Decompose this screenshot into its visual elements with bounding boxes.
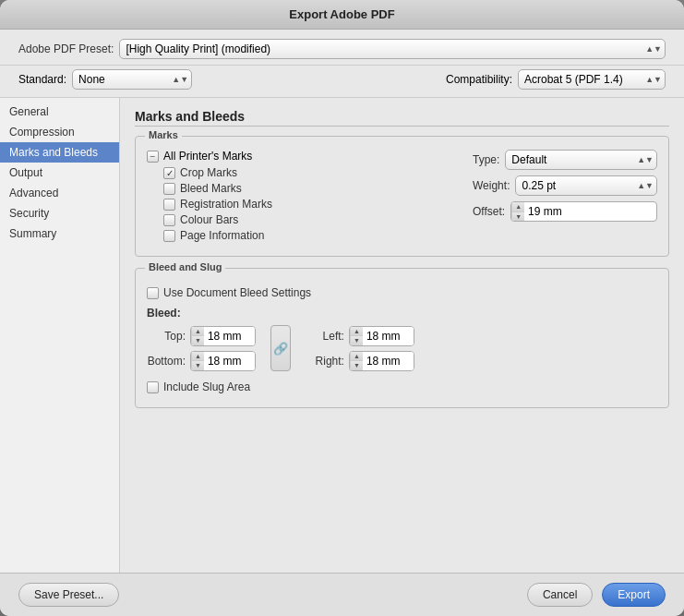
- bleed-right-col: Left: ▲ ▼: [306, 326, 414, 371]
- bottom-label: Bottom:: [147, 355, 186, 368]
- page-info-label: Page Information: [180, 229, 264, 242]
- type-label: Type:: [473, 153, 499, 166]
- right-spinners: ▲ ▼: [350, 352, 363, 370]
- use-doc-bleed-checkbox[interactable]: [147, 287, 159, 299]
- marks-right: Type: Default J Mark Roman ▲▼: [473, 150, 657, 222]
- left-input: ▲ ▼: [349, 326, 414, 346]
- marks-group-title: Marks: [145, 129, 182, 140]
- bleed-section-label: Bleed:: [147, 307, 657, 320]
- registration-marks-label: Registration Marks: [180, 198, 272, 211]
- bleed-marks-row: Bleed Marks: [163, 182, 454, 195]
- preset-row: Adobe PDF Preset: [High Quality Print] (…: [0, 30, 684, 66]
- bottom-right: Cancel Export: [527, 583, 666, 607]
- left-value[interactable]: [363, 327, 414, 345]
- type-row: Type: Default J Mark Roman ▲▼: [473, 150, 657, 170]
- page-info-row: Page Information: [163, 229, 454, 242]
- offset-value[interactable]: [524, 202, 582, 221]
- registration-marks-row: Registration Marks: [163, 198, 454, 211]
- content-area: Marks and Bleeds Marks − All Printer's M…: [120, 98, 684, 573]
- registration-marks-checkbox[interactable]: [163, 199, 175, 211]
- marks-left: − All Printer's Marks Crop Marks: [147, 150, 454, 245]
- bleed-link-icon[interactable]: 🔗: [270, 325, 291, 371]
- cancel-button[interactable]: Cancel: [527, 583, 593, 607]
- top-input: ▲ ▼: [190, 326, 256, 346]
- right-decrement[interactable]: ▼: [351, 361, 363, 370]
- standard-label: Standard:: [18, 73, 66, 86]
- offset-increment[interactable]: ▲: [512, 202, 524, 212]
- sidebar-item-advanced[interactable]: Advanced: [0, 183, 119, 203]
- right-row: Right: ▲ ▼: [306, 351, 414, 371]
- use-doc-bleed-label: Use Document Bleed Settings: [163, 286, 311, 299]
- compatibility-select[interactable]: Acrobat 4 (PDF 1.3) Acrobat 5 (PDF 1.4) …: [518, 69, 666, 90]
- compatibility-wrapper: Acrobat 4 (PDF 1.3) Acrobat 5 (PDF 1.4) …: [518, 69, 666, 90]
- colour-bars-checkbox[interactable]: [163, 214, 175, 226]
- all-printers-row: − All Printer's Marks: [147, 150, 454, 163]
- top-value[interactable]: [204, 327, 255, 345]
- offset-input: ▲ ▼: [510, 201, 657, 222]
- compatibility-group: Compatibility: Acrobat 4 (PDF 1.3) Acrob…: [446, 69, 666, 90]
- bottom-bar: Save Preset... Cancel Export: [0, 573, 684, 616]
- preset-wrapper: [High Quality Print] (modified) ▲▼: [119, 39, 666, 59]
- bottom-decrement[interactable]: ▼: [192, 361, 204, 370]
- offset-decrement[interactable]: ▼: [512, 212, 524, 222]
- colour-bars-label: Colour Bars: [180, 213, 238, 226]
- left-decrement[interactable]: ▼: [351, 336, 363, 345]
- right-increment[interactable]: ▲: [351, 352, 363, 362]
- sidebar-item-output[interactable]: Output: [0, 163, 119, 183]
- sidebar-item-summary[interactable]: Summary: [0, 223, 119, 244]
- standard-group: Standard: None PDF/X-1a PDF/X-3 PDF/X-4 …: [18, 69, 192, 90]
- bottom-spinners: ▲ ▼: [191, 352, 204, 370]
- sidebar-item-compression[interactable]: Compression: [0, 122, 119, 142]
- sidebar-item-marks-and-bleeds[interactable]: Marks and Bleeds: [0, 142, 119, 163]
- type-select[interactable]: Default J Mark Roman: [505, 150, 657, 170]
- top-decrement[interactable]: ▼: [192, 336, 204, 345]
- export-pdf-dialog: Export Adobe PDF Adobe PDF Preset: [High…: [0, 0, 684, 616]
- bleed-grid: Top: ▲ ▼: [147, 325, 657, 371]
- bottom-input: ▲ ▼: [190, 351, 256, 371]
- type-wrapper: Default J Mark Roman ▲▼: [505, 150, 657, 170]
- preset-label: Adobe PDF Preset:: [18, 42, 114, 55]
- marks-row: − All Printer's Marks Crop Marks: [147, 150, 657, 245]
- standard-wrapper: None PDF/X-1a PDF/X-3 PDF/X-4 ▲▼: [72, 69, 192, 90]
- crop-marks-row: Crop Marks: [163, 166, 454, 179]
- weight-label: Weight:: [473, 179, 510, 192]
- colour-bars-row: Colour Bars: [163, 213, 454, 226]
- bleed-inner: Use Document Bleed Settings Bleed: Top:: [147, 278, 657, 393]
- all-printers-label: All Printer's Marks: [163, 150, 252, 163]
- compatibility-label: Compatibility:: [446, 73, 512, 86]
- all-printers-dash-checkbox[interactable]: −: [147, 151, 159, 163]
- bleed-slug-group: Bleed and Slug Use Document Bleed Settin…: [135, 268, 669, 408]
- right-label: Right:: [306, 355, 344, 368]
- standard-select[interactable]: None PDF/X-1a PDF/X-3 PDF/X-4: [72, 69, 192, 90]
- top-spinners: ▲ ▼: [191, 327, 204, 345]
- bleed-left-col: Top: ▲ ▼: [147, 326, 256, 371]
- sidebar: General Compression Marks and Bleeds Out…: [0, 98, 120, 573]
- weight-select[interactable]: 0.25 pt 0.50 pt 1.00 pt: [515, 175, 657, 196]
- offset-spinners: ▲ ▼: [511, 202, 524, 221]
- save-preset-button[interactable]: Save Preset...: [18, 583, 119, 607]
- include-slug-row: Include Slug Area: [147, 380, 657, 393]
- page-info-checkbox[interactable]: [163, 230, 175, 242]
- preset-select[interactable]: [High Quality Print] (modified): [119, 39, 666, 59]
- weight-wrapper: 0.25 pt 0.50 pt 1.00 pt ▲▼: [515, 175, 657, 196]
- main-content: General Compression Marks and Bleeds Out…: [0, 98, 684, 573]
- left-increment[interactable]: ▲: [351, 327, 363, 337]
- checkboxes-group: Crop Marks Bleed Marks Registration Mark…: [147, 166, 454, 242]
- bleed-section: Bleed: Top: ▲ ▼: [147, 307, 657, 371]
- sidebar-item-security[interactable]: Security: [0, 203, 119, 223]
- use-doc-bleed-row: Use Document Bleed Settings: [147, 286, 657, 299]
- bottom-value[interactable]: [204, 352, 255, 370]
- bleed-slug-title: Bleed and Slug: [145, 261, 225, 272]
- standard-row: Standard: None PDF/X-1a PDF/X-3 PDF/X-4 …: [0, 66, 684, 98]
- top-increment[interactable]: ▲: [192, 327, 204, 337]
- left-label: Left:: [306, 330, 344, 343]
- bleed-marks-checkbox[interactable]: [163, 183, 175, 195]
- sidebar-item-general[interactable]: General: [0, 102, 119, 122]
- crop-marks-checkbox[interactable]: [163, 167, 175, 179]
- title-bar: Export Adobe PDF: [0, 0, 684, 30]
- export-button[interactable]: Export: [602, 583, 666, 607]
- bottom-increment[interactable]: ▲: [192, 352, 204, 362]
- right-value[interactable]: [363, 352, 414, 370]
- include-slug-checkbox[interactable]: [147, 381, 159, 393]
- right-input: ▲ ▼: [349, 351, 414, 371]
